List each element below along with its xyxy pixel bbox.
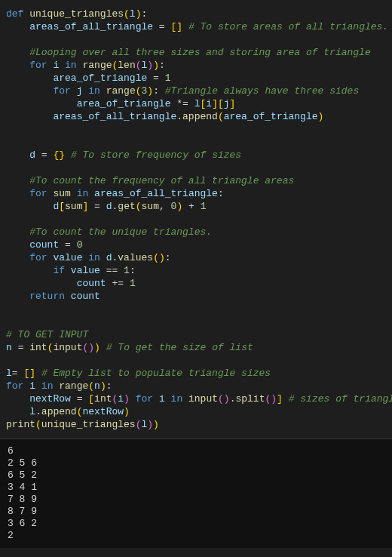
code-line: area_of_triangle *= l[i][j]: [6, 97, 392, 110]
output-line: 3 4 1: [8, 482, 384, 494]
code-line: [6, 136, 392, 149]
keyword-for: for: [29, 60, 47, 71]
output-line: 8 7 9: [8, 506, 384, 518]
comment: # To store frequency of sizes: [71, 149, 241, 161]
code-line: l= [] # Empty list to populate triangle …: [6, 367, 392, 380]
code-line: areas_of_all_triangle.append(area_of_tri…: [6, 110, 392, 123]
function-name: unique_triangles: [29, 8, 124, 20]
code-editor: def unique_triangles(l): areas_of_all_tr…: [0, 0, 392, 439]
comment: # TO GET INPUT: [6, 329, 88, 340]
code-line: return count: [6, 290, 392, 303]
code-line: [6, 303, 392, 315]
output-line: 7 8 9: [8, 494, 384, 506]
code-line: [6, 354, 392, 367]
code-line: if value == 1:: [6, 264, 392, 277]
output-console: 6 2 5 6 6 5 2 3 4 1 7 8 9 8 7 9 3 6 2 2: [0, 439, 392, 548]
output-line: 6: [8, 445, 384, 457]
code-line: area_of_triangle = 1: [6, 72, 392, 85]
code-line: for i in range(n):: [6, 380, 392, 392]
comment: # sizes of triangles.: [289, 393, 392, 405]
code-line: def unique_triangles(l):: [6, 8, 392, 20]
code-line: for i in range(len(l)):: [6, 59, 392, 72]
code-line: d[sum] = d.get(sum, 0) + 1: [6, 200, 392, 213]
code-line: nextRow = [int(i) for i in input().split…: [6, 392, 392, 405]
code-line: # TO GET INPUT: [6, 328, 392, 341]
code-line: l.append(nextRow): [6, 405, 392, 418]
output-line: 6 5 2: [8, 469, 384, 482]
output-line: 3 6 2: [8, 518, 384, 530]
code-line: #Looping over all three sizes and storin…: [6, 46, 392, 59]
code-line: n = int(input()) # To get the size of li…: [6, 341, 392, 354]
code-line: d = {} # To store frequency of sizes: [6, 149, 392, 162]
code-line: print(unique_triangles(l)): [6, 418, 392, 431]
keyword-def: def: [6, 8, 23, 20]
comment: # To get the size of list: [106, 342, 253, 353]
var: areas_of_all_triangle: [29, 21, 153, 32]
code-line: [6, 213, 392, 226]
comment: #To count the frequency of all triangle …: [29, 175, 294, 186]
param-l: l: [130, 8, 136, 20]
comment: #Looping over all three sizes and storin…: [29, 47, 370, 58]
code-line: for j in range(3): #Triangle always have…: [6, 85, 392, 97]
comment: #Triangle always have three sides: [165, 85, 359, 97]
comment: # To store areas of all triangles.: [188, 21, 388, 32]
code-line: [6, 162, 392, 174]
output-line: 2 5 6: [8, 457, 384, 469]
code-line: areas_of_all_triangle = [] # To store ar…: [6, 20, 392, 33]
code-line: [6, 123, 392, 136]
code-line: #To count the unique triangles.: [6, 226, 392, 238]
comment: #To count the unique triangles.: [29, 226, 212, 238]
code-line: for value in d.values():: [6, 251, 392, 264]
code-line: count += 1: [6, 277, 392, 290]
code-line: count = 0: [6, 238, 392, 251]
code-line: for sum in areas_of_all_triangle:: [6, 187, 392, 200]
code-line: [6, 33, 392, 46]
code-line: #To count the frequency of all triangle …: [6, 174, 392, 187]
code-line: [6, 315, 392, 328]
comment: # Empty list to populate triangle sizes: [41, 368, 271, 379]
output-line: 2: [8, 530, 384, 542]
